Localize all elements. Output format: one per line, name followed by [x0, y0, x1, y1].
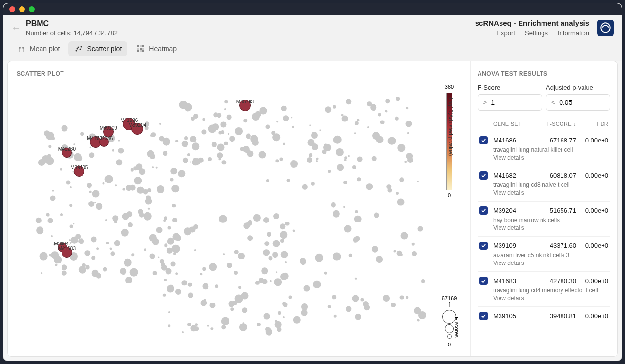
fdr-value: 0.00e+0: [576, 207, 608, 214]
fscore-value: 39480.81: [537, 312, 576, 320]
fscore-value: 43371.60: [537, 242, 576, 249]
information-link[interactable]: Information: [558, 29, 589, 37]
highlighted-point[interactable]: [103, 126, 114, 137]
tab-heatmap[interactable]: Heatmap: [130, 41, 183, 56]
highlighted-point[interactable]: [62, 148, 72, 158]
results-panel-title: ANOVA TEST RESULTS: [478, 70, 610, 77]
gene-set-id: M39204: [493, 207, 537, 214]
svg-point-7: [80, 49, 81, 50]
svg-rect-15: [142, 48, 144, 50]
page-header: ← PBMC Number of cells: 14,794 / 34,782 …: [3, 15, 622, 40]
gene-set-desc: travaglini lung natural killer cell: [493, 146, 608, 153]
highlighted-point[interactable]: [131, 123, 143, 135]
svg-rect-14: [140, 48, 142, 50]
table-row[interactable]: M41683 42780.30 0.00e+0 travaglini lung …: [478, 272, 610, 307]
fdr-value: 0.00e+0: [576, 172, 608, 179]
svg-rect-13: [137, 48, 139, 50]
table-row[interactable]: M39109 43371.60 0.00e+0 aizarani liver c…: [478, 237, 610, 272]
sizelegend-min: 0: [448, 342, 451, 347]
gene-set-desc: hay bone marrow nk cells: [493, 217, 608, 223]
view-details-link[interactable]: View details: [493, 295, 608, 302]
gene-set-id: M41686: [493, 137, 537, 144]
heatmap-icon: [136, 44, 145, 53]
view-details-link[interactable]: View details: [493, 224, 608, 231]
pvalue-filter-input[interactable]: <: [546, 94, 610, 111]
gene-set-desc: aizarani liver c5 nk nkt cells 3: [493, 252, 608, 259]
table-row[interactable]: M39204 51656.71 0.00e+0 hay bone marrow …: [478, 202, 610, 237]
svg-point-5: [76, 50, 77, 52]
fscore-filter-label: F-Score: [478, 84, 542, 91]
pvalue-filter-label: Adjusted p-value: [546, 84, 610, 91]
colorbar-min: 0: [448, 192, 451, 198]
scatter-plot-icon: [74, 44, 83, 53]
fdr-value: 0.00e+0: [576, 277, 608, 284]
window-titlebar: [3, 3, 622, 15]
sizelegend-max: 67169: [442, 295, 457, 301]
colorbar-label: -Log10(Adjusted p-value): [448, 96, 454, 156]
row-checkbox[interactable]: [479, 206, 488, 215]
minimize-window-dot[interactable]: [19, 6, 25, 12]
svg-rect-11: [140, 45, 142, 47]
table-row[interactable]: M41686 67168.77 0.00e+0 travaglini lung …: [478, 131, 610, 166]
row-checkbox[interactable]: [479, 136, 488, 144]
app-logo: [597, 20, 614, 36]
svg-point-1: [19, 47, 21, 49]
view-details-link[interactable]: View details: [493, 189, 608, 196]
analysis-type: scRNAseq - Enrichment analysis: [475, 19, 589, 27]
fdr-value: 0.00e+0: [576, 137, 608, 144]
fscore-filter-input[interactable]: >: [478, 94, 542, 111]
back-arrow-icon[interactable]: ←: [11, 22, 21, 34]
mean-plot-icon: [17, 44, 26, 53]
close-window-dot[interactable]: [9, 6, 15, 12]
plot-type-tabs: Mean plot Scatter plot Heatmap: [3, 40, 622, 61]
svg-rect-16: [137, 50, 139, 52]
row-checkbox[interactable]: [479, 171, 488, 180]
svg-point-2: [22, 47, 24, 49]
fscore-value: 51656.71: [537, 207, 576, 214]
scatter-plot-canvas[interactable]: M45763M41686M39204M39109M41682M39046M402…: [17, 84, 432, 347]
fscore-value: 67168.77: [537, 137, 576, 144]
table-row[interactable]: M41682 60818.07 0.00e+0 travaglini lung …: [478, 166, 610, 202]
cell-count: Number of cells: 14,794 / 34,782: [26, 29, 475, 37]
row-checkbox[interactable]: [479, 277, 488, 285]
tab-mean-plot[interactable]: Mean plot: [11, 41, 65, 56]
fdr-value: 0.00e+0: [576, 312, 608, 320]
settings-link[interactable]: Settings: [525, 29, 548, 37]
results-table-header: GENE SET F-SCORE ↓ FDR: [478, 117, 610, 131]
gene-set-desc: travaglini lung cd8 naive t cell: [493, 182, 608, 188]
svg-rect-17: [140, 50, 142, 52]
svg-rect-12: [142, 45, 144, 47]
gene-set-id: M41683: [493, 277, 537, 284]
fscore-value: 60818.07: [537, 172, 576, 179]
gene-set-id: M41682: [493, 172, 537, 179]
row-checkbox[interactable]: [479, 312, 488, 320]
row-checkbox[interactable]: [479, 242, 488, 250]
highlighted-point[interactable]: [239, 100, 251, 111]
highlighted-point[interactable]: [74, 166, 84, 177]
svg-point-6: [78, 47, 79, 48]
view-details-link[interactable]: View details: [493, 260, 608, 266]
colorbar-max: 380: [445, 84, 454, 90]
svg-point-9: [77, 48, 78, 50]
plot-panel-title: SCATTER PLOT: [17, 70, 461, 77]
gene-set-id: M39109: [493, 242, 537, 249]
export-link[interactable]: Export: [497, 29, 515, 37]
maximize-window-dot[interactable]: [29, 6, 35, 12]
highlighted-point[interactable]: [99, 137, 109, 147]
svg-rect-18: [142, 50, 144, 52]
results-table-body[interactable]: M41686 67168.77 0.00e+0 travaglini lung …: [478, 131, 610, 356]
view-details-link[interactable]: View details: [493, 154, 608, 161]
fscore-value: 42780.30: [537, 277, 576, 284]
gene-set-desc: travaglini lung cd4 memory effector t ce…: [493, 287, 608, 294]
svg-rect-10: [137, 45, 139, 47]
fdr-value: 0.00e+0: [576, 242, 608, 249]
sort-fscore[interactable]: F-SCORE ↓: [537, 121, 576, 127]
gene-set-id: M39105: [493, 312, 537, 320]
dataset-title: PBMC: [26, 20, 475, 28]
table-row[interactable]: M39105 39480.81 0.00e+0: [478, 307, 610, 325]
tab-scatter-plot[interactable]: Scatter plot: [68, 41, 127, 56]
sizelegend-label: F-scores: [454, 317, 459, 338]
svg-point-8: [81, 46, 82, 48]
highlighted-point[interactable]: [62, 247, 72, 258]
arrow-up-icon: [446, 301, 453, 308]
